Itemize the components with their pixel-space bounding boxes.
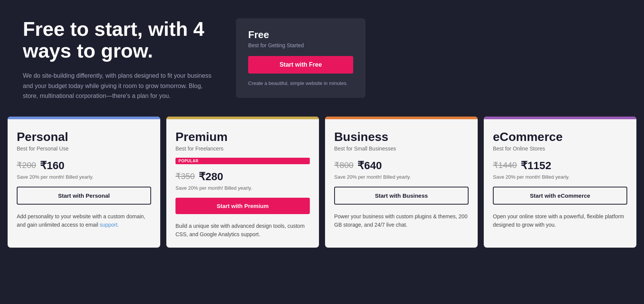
hero-section: Free to start, with 4 ways to grow. We d… (23, 18, 213, 101)
plan-description-premium: Build a unique site with advanced design… (175, 222, 310, 239)
price-current-ecommerce: ₹1152 (521, 159, 551, 172)
plan-card-premium: PremiumBest for FreelancersPOPULAR₹350₹2… (166, 117, 319, 248)
price-note-premium: Save 20% per month! Billed yearly. (175, 185, 310, 191)
plan-tagline-ecommerce: Best for Online Stores (493, 146, 627, 152)
price-note-ecommerce: Save 20% per month! Billed yearly. (493, 174, 627, 180)
hero-description: We do site-building differently, with pl… (23, 71, 213, 101)
price-row-ecommerce: ₹1440₹1152 (493, 159, 627, 172)
plan-card-business: BusinessBest for Small Businesses₹800₹64… (325, 117, 478, 248)
plan-name-ecommerce: eCommerce (493, 130, 627, 144)
plan-tagline-premium: Best for Freelancers (175, 146, 310, 152)
price-current-personal: ₹160 (40, 159, 65, 172)
popular-badge-premium: POPULAR (175, 158, 310, 164)
price-original-personal: ₹200 (17, 160, 36, 170)
plan-cta-button-personal[interactable]: Start with Personal (17, 187, 151, 205)
plan-cta-button-business[interactable]: Start with Business (334, 187, 469, 205)
plan-name-business: Business (334, 130, 469, 144)
free-plan-card: Free Best for Getting Started Start with… (236, 18, 365, 98)
free-plan-tagline: Best for Getting Started (248, 42, 353, 48)
plan-top-bar-ecommerce (484, 117, 636, 119)
plan-top-bar-business (325, 117, 478, 119)
plan-cta-button-ecommerce[interactable]: Start with eCommerce (493, 187, 627, 205)
price-note-business: Save 20% per month! Billed yearly. (334, 174, 469, 180)
plan-card-personal: PersonalBest for Personal Use₹200₹160Sav… (8, 117, 160, 248)
plan-description-personal: Add personality to your website with a c… (17, 212, 151, 229)
plan-name-premium: Premium (175, 130, 310, 144)
free-plan-cta-button[interactable]: Start with Free (248, 56, 353, 74)
plan-name-personal: Personal (17, 130, 151, 144)
price-note-personal: Save 20% per month! Billed yearly. (17, 174, 151, 180)
hero-title: Free to start, with 4 ways to grow. (23, 18, 213, 62)
plan-tagline-business: Best for Small Businesses (334, 146, 469, 152)
price-original-ecommerce: ₹1440 (493, 160, 517, 170)
pricing-plans-section: PersonalBest for Personal Use₹200₹160Sav… (0, 117, 644, 263)
plan-description-ecommerce: Open your online store with a powerful, … (493, 212, 627, 229)
plan-top-bar-personal (8, 117, 160, 119)
plan-cta-button-premium[interactable]: Start with Premium (175, 198, 310, 214)
price-original-premium: ₹350 (175, 171, 195, 181)
plan-tagline-personal: Best for Personal Use (17, 146, 151, 152)
price-row-business: ₹800₹640 (334, 159, 469, 172)
plan-card-ecommerce: eCommerceBest for Online Stores₹1440₹115… (484, 117, 636, 248)
price-current-business: ₹640 (357, 159, 382, 172)
plan-top-bar-premium (166, 117, 319, 119)
price-row-premium: ₹350₹280 (175, 170, 310, 183)
plan-description-business: Power your business with custom plugins … (334, 212, 469, 229)
free-plan-name: Free (248, 29, 353, 41)
free-plan-description: Create a beautiful, simple website in mi… (248, 80, 353, 87)
price-row-personal: ₹200₹160 (17, 159, 151, 172)
price-current-premium: ₹280 (199, 170, 223, 183)
price-original-business: ₹800 (334, 160, 354, 170)
